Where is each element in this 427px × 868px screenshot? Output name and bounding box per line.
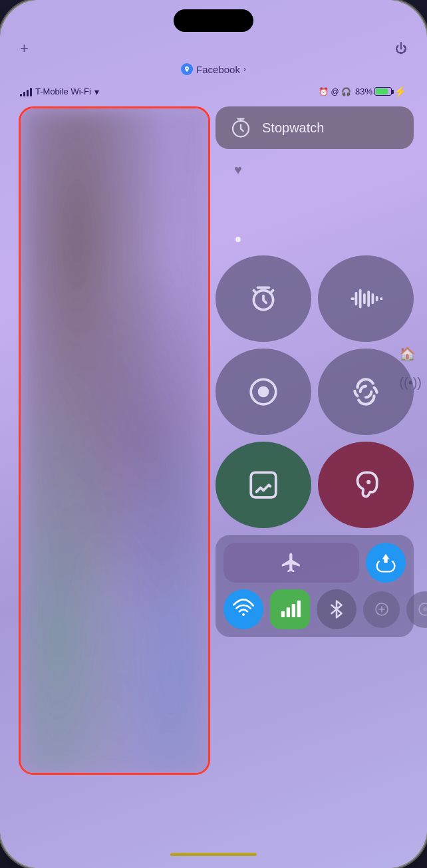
svg-point-3: [258, 386, 269, 398]
red-outline-box: [19, 106, 210, 775]
stopwatch-label: Stopwatch: [262, 120, 324, 136]
app-name: Facebook: [196, 64, 240, 75]
extra-button-1[interactable]: [363, 591, 400, 628]
phone-frame: + ⏻ Facebook › T-Mobile Wi-Fi ▾ ⏰ @ 🎧 83…: [0, 0, 427, 868]
connectivity-bottom-row: [223, 589, 406, 629]
charging-icon: ⚡: [394, 85, 407, 98]
dot-indicator: [235, 237, 241, 242]
blur-overlay: [21, 108, 208, 773]
battery-icon: [374, 87, 392, 96]
svg-rect-8: [287, 607, 290, 617]
status-bar: T-Mobile Wi-Fi ▾ ⏰ @ 🎧 83% ⚡: [0, 85, 427, 98]
home-icon[interactable]: 🏠: [399, 346, 422, 362]
svg-rect-9: [292, 604, 295, 617]
airdrop-button[interactable]: [366, 543, 406, 583]
svg-rect-10: [297, 601, 301, 617]
svg-rect-7: [281, 611, 285, 617]
hearing-button[interactable]: [318, 442, 414, 528]
soundwave-button[interactable]: [318, 255, 414, 342]
status-icons: ⏰ @ 🎧: [319, 87, 351, 96]
side-col: ♥: [229, 156, 247, 249]
alarm-sound-row: [215, 255, 414, 342]
battery-percentage: 83%: [355, 86, 372, 96]
location-bar[interactable]: Facebook ›: [181, 63, 246, 75]
dynamic-island: [174, 9, 253, 32]
side-icons: 🏠 ((•)): [399, 346, 422, 390]
home-indicator[interactable]: [170, 853, 257, 856]
markup-hearing-row: [215, 442, 414, 528]
wifi-status-icon: ▾: [94, 86, 99, 97]
broadcast-icon[interactable]: ((•)): [399, 375, 422, 390]
airplane-mode-button[interactable]: [223, 543, 359, 583]
blurred-screen-content: [21, 108, 208, 773]
alarm-button[interactable]: [215, 255, 311, 342]
heart-icon: ♥: [234, 162, 242, 178]
extra-button-2[interactable]: [406, 591, 427, 628]
signal-bars-icon: [20, 87, 32, 96]
carrier-name: T-Mobile Wi-Fi: [35, 86, 91, 96]
record-shazam-row: [215, 349, 414, 435]
status-right: ⏰ @ 🎧 83% ⚡: [319, 85, 407, 98]
top-bar: + ⏻: [0, 40, 427, 57]
stopwatch-button[interactable]: Stopwatch: [215, 106, 414, 149]
bluetooth-button[interactable]: [317, 589, 356, 629]
connectivity-top-row: [223, 543, 406, 583]
display-controls-row: AA ☀ ♥: [215, 156, 414, 249]
power-icon[interactable]: ⏻: [395, 42, 407, 56]
add-button[interactable]: +: [20, 40, 29, 57]
battery-info: 83% ⚡: [355, 85, 407, 98]
carrier-info: T-Mobile Wi-Fi ▾: [20, 86, 99, 97]
screen-record-button[interactable]: [215, 349, 311, 435]
markup-button[interactable]: [215, 442, 311, 528]
location-chevron-icon: ›: [243, 65, 246, 74]
svg-point-13: [423, 607, 427, 611]
svg-point-5: [366, 480, 370, 484]
stopwatch-icon: [229, 116, 253, 140]
control-center: Stopwatch AA ☀ ♥: [215, 106, 414, 637]
cellular-button[interactable]: [270, 589, 310, 629]
svg-rect-4: [251, 472, 276, 498]
svg-point-6: [242, 613, 245, 616]
connectivity-section: [215, 535, 414, 637]
wifi-button[interactable]: [223, 589, 263, 629]
location-icon: [181, 63, 193, 75]
battery-fill: [376, 88, 388, 94]
